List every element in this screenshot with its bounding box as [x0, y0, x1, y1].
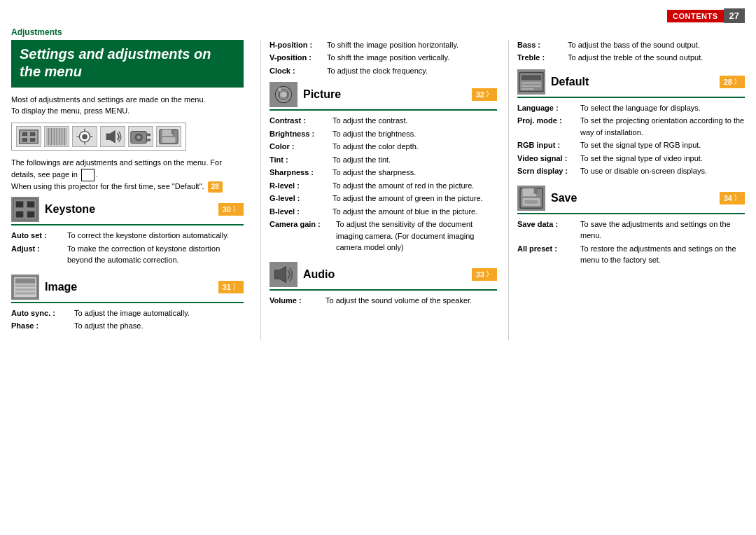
item-value: To select the language for displays. [580, 102, 745, 114]
item-key: RGB input : [517, 139, 580, 151]
page-title: Settings and adjustments on the menu [20, 46, 235, 81]
svg-rect-32 [16, 211, 24, 218]
svg-rect-27 [172, 129, 174, 134]
default-page[interactable]: 28 [720, 76, 745, 88]
item-key: Adjust : [11, 243, 67, 266]
item-value: To adjust the brightness. [332, 128, 497, 140]
svg-rect-35 [15, 278, 35, 283]
list-item: Scrn display : To use or disable on-scre… [517, 165, 745, 177]
keystone-page[interactable]: 30 [218, 203, 244, 216]
item-value: To adjust the phase. [74, 320, 244, 332]
list-item: Brightness : To adjust the brightness. [270, 128, 497, 140]
left-column: Settings and adjustments on the menu Mos… [11, 40, 249, 340]
save-icon [517, 186, 545, 211]
item-value: To set the projecting orientation accord… [580, 115, 745, 138]
picture-title: Picture [303, 88, 469, 101]
page-number: 27 [724, 8, 745, 23]
item-value: To adjust the amount of blue in the pict… [332, 206, 497, 218]
title-box: Settings and adjustments on the menu [11, 40, 244, 88]
list-item: Language : To select the language for di… [517, 102, 745, 114]
svg-rect-36 [15, 284, 35, 287]
intro-text: Most of adjustments and settings are mad… [11, 95, 244, 117]
item-value: To make the correction of keystone disto… [67, 243, 244, 266]
page-wrapper: CONTENTS 27 Adjustments Settings and adj… [0, 0, 756, 535]
svg-rect-26 [162, 129, 173, 135]
keystone-header: Keystone 30 [11, 197, 244, 225]
svg-rect-30 [16, 202, 24, 208]
list-item: Camera gain : To adjust the sensitivity … [270, 218, 497, 253]
save-section: Save 34 Save data : To save the adjustme… [517, 186, 745, 266]
svg-rect-38 [15, 292, 35, 295]
item-value: To adjust the amount of red in the pictu… [332, 180, 497, 192]
item-key: Tint : [270, 154, 332, 166]
item-value: To set the signal type of RGB input. [580, 139, 745, 151]
svg-rect-33 [27, 211, 35, 218]
save-header: Save 34 [517, 186, 745, 214]
list-item: Tint : To adjust the tint. [270, 154, 497, 166]
keystone-items: Auto set : To correct the keystone disto… [11, 230, 244, 266]
audio-page[interactable]: 33 [472, 268, 497, 281]
list-item: Save data : To save the adjustments and … [517, 218, 745, 242]
save-page[interactable]: 34 [720, 192, 745, 204]
svg-rect-51 [534, 188, 538, 194]
menu-icon-camera [128, 126, 153, 147]
svg-rect-4 [30, 138, 36, 142]
item-key: Proj. mode : [517, 115, 580, 138]
item-value: To set the signal type of video input. [580, 153, 745, 165]
top-audio-items: Bass : To adjust the bass of the sound o… [517, 40, 745, 64]
svg-rect-37 [15, 289, 35, 291]
item-key: All preset : [517, 243, 580, 266]
adjustments-label: Adjustments [11, 27, 745, 37]
list-item: H-position : To shift the image position… [270, 40, 497, 50]
menu-icon-pattern [44, 126, 69, 147]
list-item: Bass : To adjust the bass of the sound o… [517, 40, 745, 50]
item-key: Save data : [517, 218, 580, 242]
item-value: To adjust the tint. [332, 154, 497, 166]
save-items: Save data : To save the adjustments and … [517, 218, 745, 266]
contents-button[interactable]: CONTENTS [667, 10, 724, 22]
svg-rect-53 [524, 200, 538, 203]
top-position-items: H-position : To shift the image position… [270, 40, 497, 76]
item-value: To use or disable on-screen displays. [580, 165, 745, 177]
image-icon [11, 275, 39, 300]
audio-title: Audio [303, 268, 469, 281]
menu-icon-save [156, 126, 181, 147]
audio-header: Audio 33 [270, 262, 497, 291]
keystone-icon [11, 197, 39, 222]
svg-rect-2 [30, 132, 36, 136]
image-items: Auto sync. : To adjust the image automat… [11, 307, 244, 332]
item-key: Bass : [517, 40, 568, 50]
svg-rect-3 [22, 138, 28, 142]
svg-marker-43 [275, 266, 286, 282]
list-item: G-level : To adjust the amount of green … [270, 193, 497, 204]
svg-point-14 [82, 134, 88, 139]
picture-page[interactable]: 32 [472, 88, 497, 101]
audio-section: Audio 33 Volume : To adjust the sound vo… [270, 262, 497, 307]
item-value: To adjust the sensitivity of the documen… [336, 218, 497, 253]
item-key: G-level : [270, 193, 332, 204]
item-key: Volume : [270, 295, 326, 307]
image-section: Image 31 Auto sync. : To adjust the imag… [11, 275, 244, 332]
keystone-title: Keystone [45, 203, 216, 216]
svg-rect-47 [522, 85, 541, 87]
list-item: Clock : To adjust the clock frequency. [270, 66, 497, 76]
svg-point-41 [281, 92, 287, 98]
image-title: Image [45, 281, 216, 293]
item-value: To adjust the sound volume of the speake… [326, 295, 497, 307]
followings-text: The followings are adjustments and setti… [11, 158, 244, 193]
item-value: To adjust the color depth. [332, 141, 497, 153]
menu-icon-audio [100, 126, 125, 147]
default-page-link[interactable]: 28 [208, 181, 223, 193]
menu-icon-brightness [72, 126, 97, 147]
item-value: To adjust the bass of the sound output. [568, 40, 745, 50]
item-key: R-level : [270, 180, 332, 192]
item-value: To adjust the image automatically. [74, 307, 244, 319]
image-page[interactable]: 31 [218, 281, 244, 293]
item-key: B-level : [270, 206, 332, 218]
svg-point-22 [136, 135, 141, 139]
list-item: Auto set : To correct the keystone disto… [11, 230, 244, 242]
item-key: Camera gain : [270, 218, 336, 253]
item-key: Treble : [517, 53, 568, 63]
list-item: B-level : To adjust the amount of blue i… [270, 206, 497, 218]
item-key: Auto sync. : [11, 307, 74, 319]
